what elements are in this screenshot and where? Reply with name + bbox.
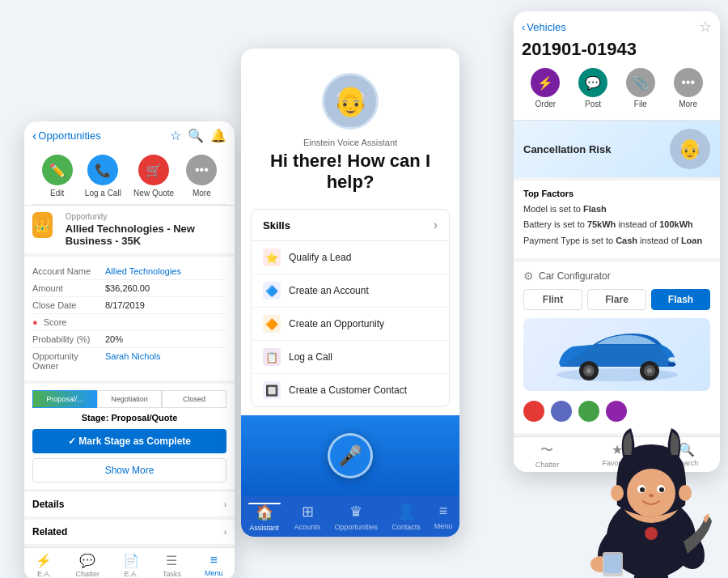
svg-point-15	[649, 494, 654, 497]
probability-row: Probability (%) 20%	[32, 331, 226, 348]
back-button[interactable]: ‹ Opportunities	[32, 129, 101, 143]
owner-value[interactable]: Sarah Nichols	[105, 351, 160, 371]
log-call-icon: 📞	[87, 155, 118, 185]
skill-customer-contact[interactable]: 🔲 Create a Customer Contact	[252, 374, 449, 406]
opportunities-footer-icon: ♛	[349, 503, 362, 521]
tasks-icon: ☰	[166, 553, 177, 568]
probability-value: 20%	[105, 334, 123, 344]
show-more-button[interactable]: Show More	[32, 458, 226, 482]
color-red[interactable]	[523, 401, 544, 422]
edit-icon: ✏️	[42, 155, 73, 185]
einstein-greeting: Hi there! How can I help?	[254, 151, 447, 193]
factor-loan: Loan	[681, 236, 702, 245]
veh-footer-chatter[interactable]: 〜 Chatter	[535, 442, 560, 469]
owner-row: Opportunity Owner Sarah Nichols	[32, 348, 226, 374]
skill-create-account[interactable]: 🔷 Create an Account	[252, 274, 449, 308]
qualify-lead-label: Qualify a Lead	[289, 252, 351, 263]
contacts-footer-label: Contacts	[392, 523, 421, 531]
file-icon: 📎	[626, 68, 655, 97]
cancellation-risk-section: Cancellation Risk 👴	[514, 121, 720, 177]
mid-footer-contacts[interactable]: 👤 Contacts	[392, 503, 421, 532]
svg-point-0	[557, 368, 678, 381]
related-chevron-icon: ›	[224, 528, 226, 537]
factor-row-3: Payment Type is set to Cash instead of L…	[523, 235, 710, 247]
vehicle-star-icon[interactable]: ☆	[699, 18, 712, 36]
stage-closed[interactable]: Closed	[162, 390, 226, 408]
vehicle-back-button[interactable]: ‹ Vehicles	[522, 21, 566, 33]
skill-create-opportunity[interactable]: 🔶 Create an Opportunity	[252, 308, 449, 341]
skill-qualify-lead[interactable]: ⭐ Qualify a Lead	[252, 241, 449, 274]
mid-footer-accounts[interactable]: ⊞ Acounts	[294, 503, 321, 532]
footer-tasks[interactable]: ☰ Tasks	[163, 553, 181, 578]
skill-log-call[interactable]: 📋 Log a Call	[252, 341, 449, 374]
mid-footer-assistant[interactable]: 🏠 Assistant	[248, 503, 281, 532]
mid-phone-footer: 🏠 Assistant ⊞ Acounts ♛ Opportunities 👤 …	[241, 496, 459, 537]
ea-icon: ⚡	[36, 553, 52, 568]
svg-point-17	[679, 485, 692, 501]
mark-stage-button[interactable]: ✓ Mark Stage as Complete	[32, 429, 226, 453]
order-action[interactable]: ⚡ Order	[531, 68, 560, 108]
tab-flash[interactable]: Flash	[651, 289, 710, 310]
opportunity-info: Opportunity Allied Technologies - New Bu…	[66, 212, 226, 247]
edit-action[interactable]: ✏️ Edit	[42, 155, 73, 198]
veh-chatter-icon: 〜	[540, 442, 553, 459]
mascot	[578, 400, 724, 578]
file-action[interactable]: 📎 File	[626, 68, 655, 108]
mid-footer-opportunities[interactable]: ♛ Opportunities	[334, 503, 378, 532]
account-name-value[interactable]: Allied Technologies	[105, 266, 181, 276]
score-label: ● Score	[32, 317, 105, 327]
mark-stage-label: ✓ Mark Stage as Complete	[68, 436, 191, 447]
more-icon: •••	[186, 155, 217, 185]
close-date-row: Close Date 8/17/2019	[32, 297, 226, 314]
related-label: Related	[32, 526, 67, 538]
svg-point-3	[586, 368, 591, 373]
amount-row: Amount $36,260.00	[32, 280, 226, 297]
skills-header: Skills ›	[252, 210, 449, 241]
more-action[interactable]: ••• More	[186, 155, 217, 198]
stage-negotiation[interactable]: Negotiation	[97, 390, 162, 408]
stage-proposal[interactable]: Proposal/...	[32, 390, 97, 408]
new-quote-action[interactable]: 🛒 New Quote	[133, 155, 174, 198]
footer-tasks-label: Tasks	[163, 570, 181, 578]
details-section[interactable]: Details ›	[24, 492, 235, 516]
details-chevron-icon: ›	[224, 500, 226, 509]
svg-point-14	[659, 487, 664, 492]
star-icon[interactable]: ☆	[170, 128, 181, 143]
cancellation-risk-title: Cancellation Risk	[523, 143, 611, 155]
tab-flare[interactable]: Flare	[587, 289, 646, 310]
tab-flint[interactable]: Flint	[523, 289, 582, 310]
log-call-action[interactable]: 📞 Log a Call	[85, 155, 121, 198]
svg-point-13	[640, 487, 645, 492]
chatter-icon: 💬	[79, 553, 95, 568]
skills-arrow-icon: ›	[434, 218, 438, 232]
footer-chatter[interactable]: 💬 Chatter	[75, 553, 99, 578]
menu-footer-label: Menu	[434, 522, 453, 530]
einstein-wave: 🎤	[241, 415, 459, 496]
footer-ea[interactable]: ⚡ E.A.	[36, 553, 52, 578]
field-section: Account Name Allied Technologies Amount …	[24, 257, 235, 380]
menu-icon: ≡	[210, 553, 218, 567]
accounts-footer-icon: ⊞	[302, 503, 314, 521]
details-label: Details	[32, 499, 64, 510]
footer-ea2[interactable]: 📄 E.A.	[123, 553, 139, 578]
left-phone: ‹ Opportunities ☆ 🔍 🔔 ✏️ Edit 📞 Log a Ca…	[24, 121, 235, 578]
nav-icons: ☆ 🔍 🔔	[170, 128, 226, 143]
color-blue[interactable]	[551, 401, 572, 422]
svg-point-23	[645, 527, 658, 540]
footer-ea-label: E.A.	[37, 570, 51, 578]
footer-menu[interactable]: ≡ Menu	[205, 553, 223, 578]
accounts-footer-label: Acounts	[294, 523, 321, 531]
mic-button[interactable]: 🎤	[328, 433, 373, 478]
stage-pills: Proposal/... Negotiation Closed	[32, 390, 226, 408]
post-action[interactable]: 💬 Post	[578, 68, 607, 108]
more-action-right[interactable]: ••• More	[674, 68, 703, 108]
menu-footer-icon: ≡	[439, 503, 448, 520]
account-name-row: Account Name Allied Technologies	[32, 263, 226, 280]
related-section[interactable]: Related ›	[24, 520, 235, 544]
bell-icon[interactable]: 🔔	[210, 128, 226, 143]
mid-footer-menu[interactable]: ≡ Menu	[434, 503, 453, 532]
search-icon[interactable]: 🔍	[188, 128, 204, 143]
config-tabs: Flint Flare Flash	[523, 289, 710, 310]
footer-menu-label: Menu	[205, 569, 223, 577]
post-icon: 💬	[578, 68, 607, 97]
